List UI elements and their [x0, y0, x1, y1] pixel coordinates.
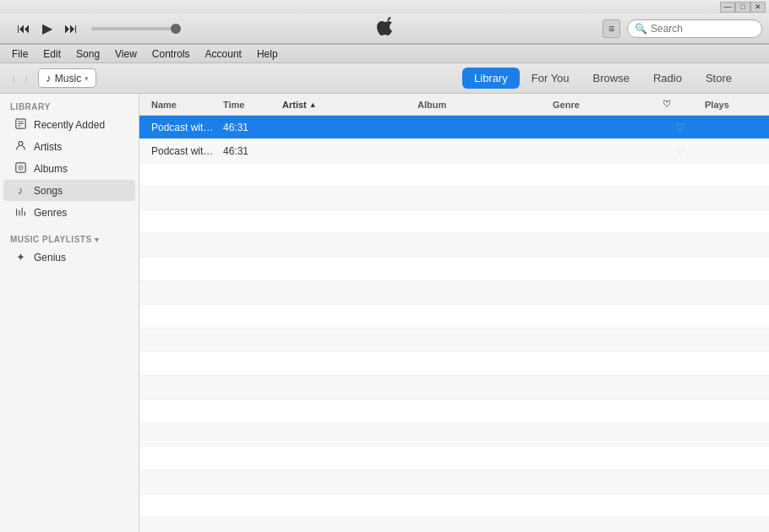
svg-point-4: [19, 142, 23, 146]
col-artist[interactable]: Artist ▲: [279, 97, 414, 111]
genres-icon: [14, 206, 27, 219]
empty-row: [139, 187, 769, 210]
progress-track[interactable]: [91, 27, 176, 30]
nav-tabs: Library For You Browse Radio Store: [462, 68, 744, 89]
empty-row: [139, 163, 769, 187]
maximize-button[interactable]: □: [735, 2, 750, 13]
menu-account[interactable]: Account: [199, 46, 248, 62]
empty-row: [139, 328, 769, 352]
cell-name: Podcast with Michael Ficara: [148, 144, 220, 159]
empty-row: [139, 494, 769, 518]
sidebar-item-albums[interactable]: Albums: [3, 158, 135, 179]
sidebar: Library Recently Added Artists Albums ♪ …: [0, 94, 139, 532]
cell-plays: [701, 126, 761, 129]
main-layout: Library Recently Added Artists Albums ♪ …: [0, 94, 769, 532]
albums-label: Albums: [34, 163, 68, 175]
cell-genre: [549, 126, 659, 129]
nav-bar: ‹ › ♪ Music ▾ Library For You Browse Rad…: [0, 63, 769, 94]
menu-song[interactable]: Song: [69, 46, 106, 62]
empty-row: [139, 376, 769, 399]
cell-heart[interactable]: ♡: [659, 144, 701, 159]
playlists-chevron-icon: ▾: [95, 236, 100, 244]
chevron-down-icon: ▾: [85, 74, 89, 83]
col-time[interactable]: Time: [220, 97, 279, 111]
tab-browse[interactable]: Browse: [581, 68, 641, 89]
artists-icon: [14, 140, 27, 153]
search-area: ≡ 🔍: [603, 19, 762, 38]
play-button[interactable]: ▶: [39, 19, 56, 38]
menu-help[interactable]: Help: [250, 46, 285, 62]
sidebar-item-genius[interactable]: ✦ Genius: [3, 247, 135, 268]
table-rows: Podcast with Michael Ficara ••• 46:31 ♡ …: [139, 116, 769, 532]
cell-artist: [279, 126, 414, 129]
table-header: Name Time Artist ▲ Album Genre ♡ Plays: [139, 94, 769, 116]
empty-row: [139, 305, 769, 328]
minimize-button[interactable]: —: [720, 2, 735, 13]
music-selector-label: Music: [55, 73, 81, 84]
playlists-section-label[interactable]: Music Playlists ▾: [0, 230, 139, 246]
genres-label: Genres: [34, 207, 67, 219]
menu-edit[interactable]: Edit: [36, 46, 68, 62]
songs-label: Songs: [34, 185, 63, 197]
search-icon: 🔍: [635, 23, 647, 35]
menu-view[interactable]: View: [108, 46, 144, 62]
cell-artist: [279, 149, 414, 153]
close-button[interactable]: ✕: [750, 2, 766, 13]
progress-area: [91, 27, 176, 30]
table-row[interactable]: Podcast with Michael Ficara ••• 46:31 ♡: [139, 116, 769, 139]
genius-label: Genius: [34, 252, 66, 263]
col-genre[interactable]: Genre: [549, 97, 659, 111]
back-button[interactable]: ‹: [8, 70, 19, 87]
empty-row: [139, 447, 769, 470]
sort-arrow-icon: ▲: [309, 100, 317, 109]
cell-time: 46:31: [220, 120, 279, 135]
sidebar-item-recently-added[interactable]: Recently Added: [3, 114, 135, 135]
tab-store[interactable]: Store: [694, 68, 744, 89]
songs-icon: ♪: [14, 184, 27, 197]
menu-list-button[interactable]: ≡: [603, 19, 620, 38]
tab-for-you[interactable]: For You: [520, 68, 581, 89]
sidebar-item-artists[interactable]: Artists: [3, 136, 135, 157]
cell-album: [414, 126, 549, 129]
empty-row: [139, 470, 769, 494]
albums-icon: [14, 162, 27, 175]
search-input[interactable]: [651, 23, 752, 35]
tab-radio[interactable]: Radio: [641, 68, 694, 89]
forward-button[interactable]: ›: [21, 70, 32, 87]
music-note-icon: ♪: [46, 72, 52, 84]
rewind-button[interactable]: ⏮: [14, 19, 34, 38]
artists-label: Artists: [34, 141, 62, 153]
table-row[interactable]: Podcast with Michael Ficara 46:31 ♡: [139, 139, 769, 163]
empty-row: [139, 399, 769, 423]
content-area: Name Time Artist ▲ Album Genre ♡ Plays P…: [139, 94, 769, 532]
empty-row: [139, 352, 769, 376]
sidebar-item-genres[interactable]: Genres: [3, 202, 135, 223]
col-heart[interactable]: ♡: [659, 97, 701, 111]
progress-thumb[interactable]: [171, 24, 181, 34]
music-selector[interactable]: ♪ Music ▾: [38, 68, 96, 88]
menu-file[interactable]: File: [5, 46, 35, 62]
recently-added-icon: [14, 118, 27, 131]
col-name[interactable]: Name: [148, 97, 220, 111]
cell-genre: [549, 149, 659, 153]
fastforward-button[interactable]: ⏭: [61, 19, 81, 38]
empty-row: [139, 423, 769, 447]
library-section-label: Library: [0, 97, 139, 113]
playlists-label: Music Playlists: [10, 235, 92, 244]
cell-time: 46:31: [220, 144, 279, 159]
empty-row: [139, 258, 769, 281]
col-album[interactable]: Album: [414, 97, 549, 111]
menu-bar: File Edit Song View Controls Account Hel…: [0, 45, 769, 63]
cell-name: Podcast with Michael Ficara •••: [148, 120, 220, 135]
artist-label: Artist: [282, 100, 307, 110]
menu-controls[interactable]: Controls: [145, 46, 197, 62]
cell-album: [414, 149, 549, 153]
genius-icon: ✦: [14, 251, 27, 263]
cell-heart[interactable]: ♡: [659, 120, 701, 135]
search-box: 🔍: [627, 19, 762, 38]
apple-logo: [376, 17, 393, 40]
tab-library[interactable]: Library: [462, 68, 520, 89]
nav-arrows: ‹ ›: [8, 70, 31, 87]
sidebar-item-songs[interactable]: ♪ Songs: [3, 180, 135, 201]
col-plays[interactable]: Plays: [701, 97, 761, 111]
